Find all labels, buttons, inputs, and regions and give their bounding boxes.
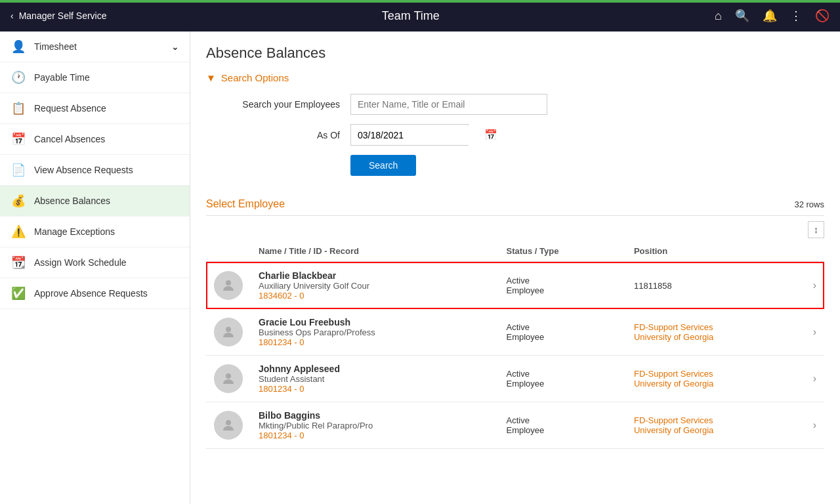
search-options-header[interactable]: ▼ Search Options bbox=[206, 72, 824, 83]
avatar-cell bbox=[206, 402, 251, 449]
position-main: FD-Support Services bbox=[634, 415, 797, 425]
sidebar-item-timesheet[interactable]: 👤 Timesheet ⌄ bbox=[0, 32, 190, 62]
avatar bbox=[214, 271, 243, 300]
bell-icon[interactable]: 🔔 bbox=[763, 9, 777, 23]
search-options-label: Search Options bbox=[221, 72, 289, 83]
chevron-cell[interactable]: › bbox=[805, 356, 824, 402]
sidebar-item-label: Approve Absence Requests bbox=[34, 288, 179, 299]
status-cell: Active Employee bbox=[498, 309, 625, 356]
table-row[interactable]: Gracie Lou Freebush Business Ops Parapro… bbox=[206, 309, 824, 356]
sort-button[interactable]: ↕ bbox=[808, 221, 824, 238]
position-cell: FD-Support Services University of Georgi… bbox=[626, 402, 805, 449]
svg-point-0 bbox=[226, 280, 231, 285]
search-input[interactable] bbox=[350, 94, 547, 115]
chevron-right-icon: › bbox=[813, 326, 816, 337]
as-of-label: As Of bbox=[206, 130, 350, 140]
action-col-header bbox=[805, 241, 824, 262]
absence-balances-icon: 💰 bbox=[10, 194, 26, 208]
chevron-cell[interactable]: › bbox=[805, 402, 824, 449]
sidebar-item-label: Payable Time bbox=[34, 72, 179, 83]
sidebar: 👤 Timesheet ⌄ 🕐 Payable Time 📋 Request A… bbox=[0, 32, 190, 504]
request-absence-icon: 📋 bbox=[10, 101, 26, 116]
sidebar-item-label: Cancel Absences bbox=[34, 134, 179, 144]
more-icon[interactable]: ⋮ bbox=[790, 9, 802, 23]
position-cell: FD-Support Services University of Georgi… bbox=[626, 356, 805, 402]
avatar-cell bbox=[206, 356, 251, 402]
table-row[interactable]: Charlie Blackbear Auxiliary University G… bbox=[206, 262, 824, 309]
page-title: Absence Balances bbox=[206, 45, 824, 62]
name-cell: Bilbo Baggins Mkting/Public Rel Parapro/… bbox=[251, 402, 498, 449]
avatar-col-header bbox=[206, 241, 251, 262]
triangle-icon: ▼ bbox=[206, 72, 216, 83]
search-employees-row: Search your Employees bbox=[206, 94, 824, 115]
chevron-right-icon: › bbox=[813, 419, 816, 430]
home-icon[interactable]: ⌂ bbox=[715, 9, 722, 23]
sidebar-item-assign-work-schedule[interactable]: 📆 Assign Work Schedule bbox=[0, 247, 190, 278]
sort-btn-wrap: ↕ bbox=[206, 221, 824, 238]
sidebar-collapse-button[interactable]: ▮ bbox=[190, 255, 190, 281]
chevron-cell[interactable]: › bbox=[805, 309, 824, 356]
table-header-row: Name / Title / ID - Record Status / Type… bbox=[206, 241, 824, 262]
status-type: Employee bbox=[506, 379, 618, 388]
name-cell: Gracie Lou Freebush Business Ops Parapro… bbox=[251, 309, 498, 356]
manage-exceptions-icon: ⚠️ bbox=[10, 224, 26, 239]
status-type: Employee bbox=[506, 332, 618, 342]
emp-title: Student Assistant bbox=[259, 374, 490, 384]
svg-point-3 bbox=[226, 420, 231, 425]
chevron-right-icon: › bbox=[813, 373, 816, 384]
sidebar-item-label: Manage Exceptions bbox=[34, 226, 179, 237]
avatar bbox=[214, 364, 243, 393]
status-col-header: Status / Type bbox=[498, 241, 625, 262]
search-employees-label: Search your Employees bbox=[206, 99, 350, 110]
top-header: ‹ Manager Self Service Team Time ⌂ 🔍 🔔 ⋮… bbox=[0, 0, 840, 32]
sidebar-item-request-absence[interactable]: 📋 Request Absence bbox=[0, 93, 190, 124]
payable-time-icon: 🕐 bbox=[10, 70, 26, 85]
status-cell: Active Employee bbox=[498, 356, 625, 402]
block-icon[interactable]: 🚫 bbox=[815, 9, 830, 23]
approve-absence-requests-icon: ✅ bbox=[10, 286, 26, 301]
position-num: 11811858 bbox=[634, 281, 797, 291]
sidebar-item-label: Timesheet bbox=[34, 41, 163, 52]
emp-name: Bilbo Baggins bbox=[259, 410, 490, 421]
avatar bbox=[214, 318, 243, 346]
sidebar-item-payable-time[interactable]: 🕐 Payable Time bbox=[0, 62, 190, 93]
emp-name: Johnny Appleseed bbox=[259, 364, 490, 374]
svg-point-1 bbox=[226, 327, 231, 332]
status-cell: Active Employee bbox=[498, 402, 625, 449]
status-type: Employee bbox=[506, 285, 618, 295]
search-icon[interactable]: 🔍 bbox=[735, 9, 749, 23]
status-active: Active bbox=[506, 276, 618, 285]
sidebar-item-cancel-absences[interactable]: 📅 Cancel Absences bbox=[0, 124, 190, 155]
sidebar-item-manage-exceptions[interactable]: ⚠️ Manage Exceptions bbox=[0, 217, 190, 247]
sidebar-item-absence-balances[interactable]: 💰 Absence Balances bbox=[0, 186, 190, 217]
avatar-cell bbox=[206, 262, 251, 309]
back-navigation[interactable]: ‹ Manager Self Service bbox=[10, 10, 107, 21]
emp-title: Mkting/Public Rel Parapro/Pro bbox=[259, 421, 490, 430]
rows-count: 32 rows bbox=[794, 200, 824, 209]
avatar-cell bbox=[206, 309, 251, 356]
back-label: Manager Self Service bbox=[19, 10, 107, 21]
table-row[interactable]: Johnny Appleseed Student Assistant 18012… bbox=[206, 356, 824, 402]
emp-id: 1834602 - 0 bbox=[259, 291, 490, 301]
status-active: Active bbox=[506, 369, 618, 379]
sidebar-item-approve-absence-requests[interactable]: ✅ Approve Absence Requests bbox=[0, 278, 190, 309]
search-form: Search your Employees As Of 📅 Search bbox=[206, 94, 824, 198]
sidebar-item-view-absence-requests[interactable]: 📄 View Absence Requests bbox=[0, 155, 190, 186]
table-row[interactable]: Bilbo Baggins Mkting/Public Rel Parapro/… bbox=[206, 402, 824, 449]
calendar-icon[interactable]: 📅 bbox=[479, 125, 503, 145]
header-actions: ⌂ 🔍 🔔 ⋮ 🚫 bbox=[715, 9, 830, 23]
timesheet-icon: 👤 bbox=[10, 39, 26, 54]
position-main: FD-Support Services bbox=[634, 369, 797, 379]
position-main: FD-Support Services bbox=[634, 322, 797, 332]
date-input-wrap: 📅 bbox=[350, 124, 469, 146]
search-button-row: Search bbox=[206, 155, 824, 176]
search-button[interactable]: Search bbox=[350, 155, 416, 176]
as-of-row: As Of 📅 bbox=[206, 124, 824, 146]
emp-id: 1801234 - 0 bbox=[259, 430, 490, 440]
position-col-header: Position bbox=[626, 241, 805, 262]
emp-id: 1801234 - 0 bbox=[259, 384, 490, 394]
emp-title: Auxiliary University Golf Cour bbox=[259, 281, 490, 291]
date-input[interactable] bbox=[351, 125, 479, 145]
chevron-cell[interactable]: › bbox=[805, 262, 824, 309]
main-layout: 👤 Timesheet ⌄ 🕐 Payable Time 📋 Request A… bbox=[0, 32, 840, 504]
